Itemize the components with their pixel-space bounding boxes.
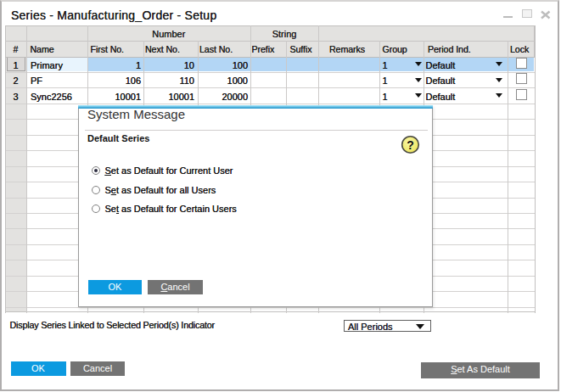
svg-text:?: ?	[407, 138, 414, 152]
